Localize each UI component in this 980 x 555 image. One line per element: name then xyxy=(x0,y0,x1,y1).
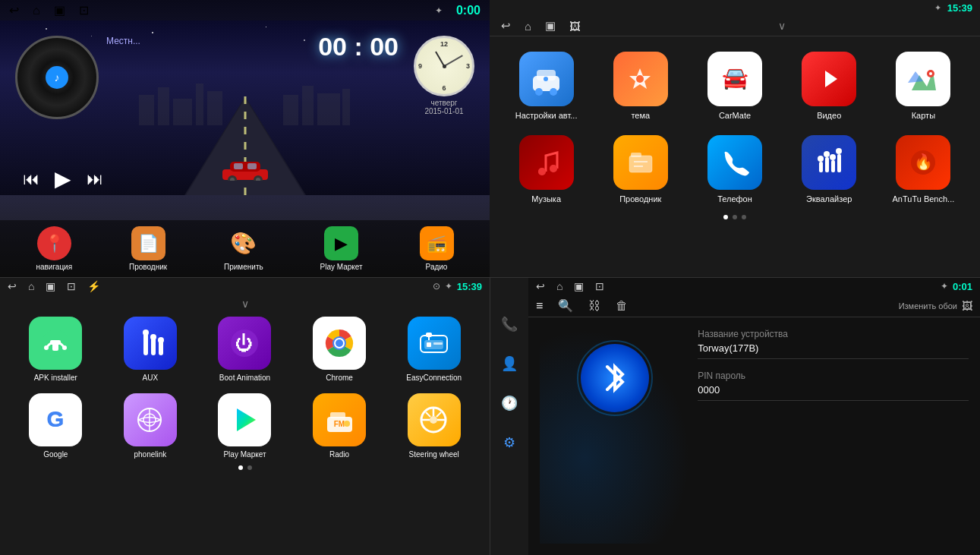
svg-point-44 xyxy=(830,154,836,160)
svg-point-42 xyxy=(818,156,824,162)
chevron-down-icon-drawer[interactable]: ∨ xyxy=(241,298,249,310)
svg-rect-71 xyxy=(433,342,443,345)
apps-rt-status-bar: ✦ 15:39 xyxy=(490,0,980,16)
bt-sidebar-history-icon[interactable]: 🕐 xyxy=(501,395,518,412)
svg-line-89 xyxy=(426,412,430,417)
bt-logo-container xyxy=(581,344,649,412)
dock-navigation[interactable]: 📍 навигация xyxy=(36,226,72,271)
app-apk-installer[interactable]: APK installer xyxy=(11,317,100,382)
app-carmate[interactable]: 🚘 CarMate xyxy=(693,52,776,120)
svg-rect-8 xyxy=(342,89,350,125)
clock-date: 2015-01-01 xyxy=(424,107,463,115)
drawer-status-bar: ↩ ⌂ ▣ ⊡ ⚡ ⊙ ✦ 15:39 xyxy=(0,278,490,295)
chevron-down-icon[interactable]: ∨ xyxy=(778,20,786,32)
svg-point-65 xyxy=(336,339,343,347)
bt-sidebar-phone-icon[interactable]: 📞 xyxy=(501,316,518,333)
change-wallpaper-label[interactable]: Изменить обои xyxy=(899,301,957,311)
prev-button[interactable]: ⏮ xyxy=(23,169,39,189)
home-icon[interactable]: ⌂ xyxy=(33,4,40,17)
back-icon-bt[interactable]: ↩ xyxy=(536,280,545,292)
svg-marker-25 xyxy=(825,71,837,87)
app-equalizer[interactable]: Эквалайзер xyxy=(788,135,871,203)
bt-search-icon[interactable]: 🔍 xyxy=(558,298,573,313)
bt-pin-row: PIN пароль 0000 xyxy=(698,371,969,401)
bt-connect-icon[interactable]: ⛓ xyxy=(588,299,600,313)
bt-sidebar-contacts-icon[interactable]: 👤 xyxy=(501,355,518,372)
svg-point-19 xyxy=(535,88,543,96)
bt-delete-icon[interactable]: 🗑 xyxy=(616,299,628,313)
wifi-icon-drawer: ⊙ xyxy=(433,281,440,292)
bt-main-time: 0:01 xyxy=(953,281,972,292)
svg-point-50 xyxy=(62,345,67,350)
dock-radio[interactable]: 📻 Радио xyxy=(420,226,454,271)
apps-rt-nav: ↩ ⌂ ▣ 🖼 ∨ xyxy=(490,16,980,36)
app-play-market-drawer[interactable]: Play Маркет xyxy=(200,393,289,459)
svg-rect-15 xyxy=(234,163,243,169)
play-button[interactable]: ▶ xyxy=(55,166,71,191)
svg-line-90 xyxy=(436,412,441,417)
home-icon-drawer[interactable]: ⌂ xyxy=(28,280,34,292)
back-icon-drawer[interactable]: ↩ xyxy=(8,280,17,292)
svg-point-45 xyxy=(836,148,842,154)
next-button[interactable]: ⏭ xyxy=(87,169,103,189)
app-settings-car[interactable]: Настройки авт... xyxy=(505,52,588,120)
screenshot-icon-drawer[interactable]: ⊡ xyxy=(67,280,76,292)
app-phonelink[interactable]: phonelink xyxy=(106,393,195,459)
wallpaper-icon[interactable]: 🖼 xyxy=(962,300,972,312)
svg-rect-81 xyxy=(330,412,345,418)
home-icon-bt[interactable]: ⌂ xyxy=(556,280,562,292)
svg-text:🔥: 🔥 xyxy=(914,153,933,171)
svg-rect-70 xyxy=(427,342,431,347)
app-steering-wheel[interactable]: Steering wheel xyxy=(389,393,478,459)
recents-icon-rt[interactable]: ▣ xyxy=(545,19,556,33)
app-files[interactable]: Проводник xyxy=(599,135,682,203)
app-video[interactable]: Видео xyxy=(788,52,871,120)
app-aux[interactable]: AUX xyxy=(106,317,195,382)
usb-icon-drawer: ⚡ xyxy=(87,280,100,292)
album-art: ♪ xyxy=(15,36,99,119)
apps-rt-time: 15:39 xyxy=(947,2,972,14)
bt-status-bar: ↩ ⌂ ▣ ⊡ ✦ 0:01 xyxy=(528,278,980,295)
svg-rect-16 xyxy=(247,163,257,169)
photos-icon-rt[interactable]: 🖼 xyxy=(569,20,581,33)
screenshot-icon-bt[interactable]: ⊡ xyxy=(595,280,604,292)
app-phone[interactable]: Телефон xyxy=(693,135,776,203)
bt-icon: ✦ xyxy=(435,5,443,16)
svg-rect-0 xyxy=(139,95,154,125)
dot-3 xyxy=(742,215,746,219)
bt-sidebar-settings-icon[interactable]: ⚙ xyxy=(503,434,515,451)
svg-text:FM: FM xyxy=(333,420,344,428)
svg-point-22 xyxy=(636,75,644,83)
app-chrome[interactable]: Chrome xyxy=(295,317,384,382)
recents-icon[interactable]: ▣ xyxy=(54,3,65,17)
app-google[interactable]: G G Google xyxy=(11,393,100,459)
dock-explorer[interactable]: 📄 Проводник xyxy=(129,226,167,271)
recents-icon-drawer[interactable]: ▣ xyxy=(46,280,55,292)
svg-rect-41 xyxy=(837,154,841,172)
music-controls: ⏮ ▶ ⏭ xyxy=(23,166,103,191)
app-antutu[interactable]: 🔥 AnTuTu Bench... xyxy=(882,135,965,203)
dock-playmarket[interactable]: ▶ Play Маркет xyxy=(320,226,363,271)
app-easy-connection[interactable]: EasyConnection xyxy=(389,317,478,382)
music-time-display: 0:00 xyxy=(456,4,481,17)
bt-main-content: ↩ ⌂ ▣ ⊡ ✦ 0:01 ≡ 🔍 ⛓ 🗑 Изменить обои 🖼 xyxy=(528,278,980,555)
back-icon[interactable]: ↩ xyxy=(9,3,19,17)
dock-launcher[interactable]: 🎨 Применить xyxy=(224,226,263,271)
home-icon-rt[interactable]: ⌂ xyxy=(525,20,531,33)
svg-point-43 xyxy=(824,151,830,157)
app-grid-row2: Музыка Проводник Телефон xyxy=(490,128,980,211)
bt-list-icon[interactable]: ≡ xyxy=(536,299,543,313)
drawer-header: ∨ xyxy=(0,295,490,313)
screenshot-icon[interactable]: ⊡ xyxy=(79,3,89,17)
app-boot-animation[interactable]: ⏻ Boot Animation xyxy=(200,317,289,382)
back-icon-rt[interactable]: ↩ xyxy=(501,19,511,33)
svg-rect-40 xyxy=(831,160,835,172)
recents-icon-bt[interactable]: ▣ xyxy=(574,280,584,292)
app-radio-drawer[interactable]: FM Radio xyxy=(295,393,384,459)
svg-text:🚘: 🚘 xyxy=(721,65,748,90)
svg-rect-7 xyxy=(317,93,340,125)
drawer-dot-2 xyxy=(247,465,252,470)
app-theme[interactable]: тема xyxy=(599,52,682,120)
app-maps[interactable]: Карты xyxy=(882,52,965,120)
app-music[interactable]: Музыка xyxy=(505,135,588,203)
